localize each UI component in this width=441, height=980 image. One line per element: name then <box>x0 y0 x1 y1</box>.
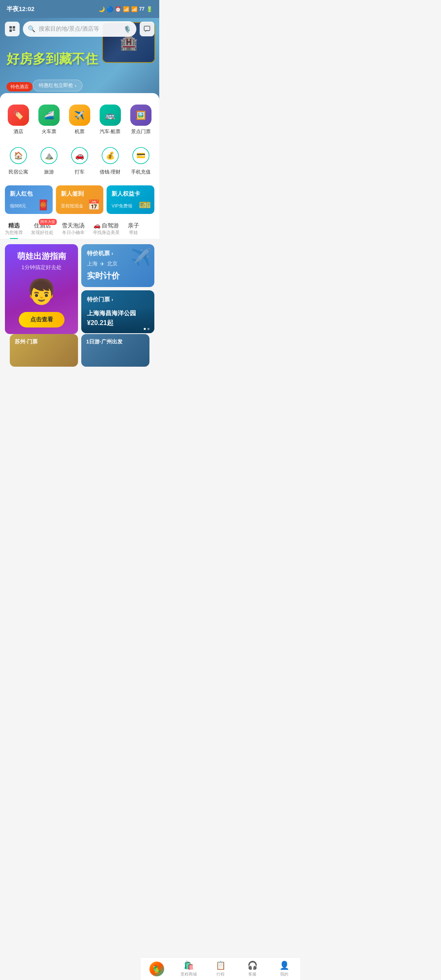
red-packet-icon: 🧧 <box>37 199 49 211</box>
feature-card-flight[interactable]: ✈️ 特价机票 › 上海 ✈ 北京 实时计价 <box>81 244 154 287</box>
tab-family-label: 亲子 <box>128 222 139 229</box>
hero-section: 半夜12:02 🌙 🔵 ⏰ 📶 📶 77 🔋 🔍 搜索目的地/景点/酒店等 🎙️ <box>0 0 159 100</box>
category-hotel[interactable]: 🏷️ 酒店 <box>3 101 34 138</box>
right-card-stack: ✈️ 特价机票 › 上海 ✈ 北京 实时计价 特价门票 › <box>81 244 154 334</box>
category-homestay[interactable]: 🏠 民宿公寓 <box>3 142 34 179</box>
promo-banners: 新人红包 领888元 🧧 新人签到 里程抵现金 📅 新人权益卡 VIP免费领 🎫 <box>0 182 159 219</box>
search-container: 🔍 搜索目的地/景点/酒店等 🎙️ <box>0 18 159 40</box>
category-grid-row2: 🏠 民宿公寓 ⛰️ 旅游 🚗 打车 <box>0 142 159 179</box>
promo-banner-red-packet[interactable]: 新人红包 领888元 🧧 <box>5 185 53 214</box>
hotel-icon: 🏷️ <box>8 105 29 126</box>
promo-button[interactable]: 特惠红包立即抢 › <box>33 80 82 91</box>
tab-family[interactable]: 亲子 带娃 <box>128 222 139 236</box>
train-icon: 🚄 <box>38 105 60 126</box>
feature-card-ticket[interactable]: 特价门票 › 上海海昌海洋公园 ¥20.21起 <box>81 290 154 333</box>
status-bar: 半夜12:02 🌙 🔵 ⏰ 📶 📶 77 🔋 <box>0 0 159 18</box>
feature-grid: 萌娃出游指南 1分钟搞定好去处 👦 点击查看 ✈️ 特价机票 › 上海 ✈ 北京 <box>5 244 154 334</box>
svg-rect-3 <box>13 29 15 31</box>
tab-roadtrip[interactable]: 🚗 自驾游 寻找身边美景 <box>93 222 120 236</box>
homestay-icon: 🏠 <box>8 145 29 166</box>
vip-icon: 🎫 <box>139 199 151 211</box>
ocean-park-venue: 上海海昌海洋公园 ¥20.21起 <box>87 310 149 327</box>
promo-text: 特惠红包立即抢 <box>39 82 73 89</box>
feature-card-kids[interactable]: 萌娃出游指南 1分钟搞定好去处 👦 点击查看 <box>5 244 78 334</box>
wifi-icon: 📶 <box>131 6 138 12</box>
promo-banner-checkin[interactable]: 新人签到 里程抵现金 📅 <box>56 185 104 214</box>
expand-button[interactable] <box>5 22 20 36</box>
taxi-icon: 🚗 <box>69 145 90 166</box>
svg-rect-4 <box>144 26 150 31</box>
battery-icon: 🔋 <box>146 6 153 12</box>
svg-text:💳: 💳 <box>136 151 146 160</box>
category-ticket[interactable]: 🖼️ 景点门票 <box>125 101 156 138</box>
svg-text:💰: 💰 <box>106 151 115 160</box>
tab-family-sub: 带娃 <box>129 229 138 236</box>
tab-hotspring[interactable]: 雪天泡汤 冬日小确幸 <box>62 222 85 236</box>
bottom-card-row: 苏州·门票 1日游·广州出发 <box>5 334 154 372</box>
search-bar[interactable]: 🔍 搜索目的地/景点/酒店等 🎙️ <box>23 21 136 37</box>
bus-label: 汽车·船票 <box>100 128 120 135</box>
hotel-promo-tag: 跨年大促 <box>39 219 57 225</box>
svg-text:🚗: 🚗 <box>75 151 85 160</box>
suzhou-card[interactable]: 苏州·门票 <box>10 334 78 367</box>
promo-checkin-title: 新人签到 <box>61 190 99 198</box>
search-placeholder: 搜索目的地/景点/酒店等 <box>39 25 120 33</box>
train-label: 火车票 <box>42 128 56 135</box>
dot-2 <box>147 328 149 330</box>
bottom-spacer <box>0 376 159 405</box>
category-train[interactable]: 🚄 火车票 <box>34 101 65 138</box>
bluetooth-icon: 🔵 <box>107 6 113 12</box>
battery-text: 77 <box>139 6 145 12</box>
category-tabs: 精选 为您推荐 跨年大促 住酒店 发现好住处 雪天泡汤 冬日小确幸 🚗 自驾游 … <box>0 219 159 239</box>
ticket-label: 景点门票 <box>131 128 151 135</box>
finance-label: 借钱·理财 <box>100 169 120 176</box>
recharge-label: 手机充值 <box>131 169 151 176</box>
category-taxi[interactable]: 🚗 打车 <box>65 142 95 179</box>
finance-icon: 💰 <box>100 145 121 166</box>
hotel-label: 酒店 <box>13 128 23 135</box>
microphone-icon[interactable]: 🎙️ <box>123 25 131 33</box>
tab-roadtrip-sub: 寻找身边美景 <box>93 229 120 236</box>
svg-rect-1 <box>13 26 15 29</box>
promo-banner-vip[interactable]: 新人权益卡 VIP免费领 🎫 <box>107 185 154 214</box>
svg-text:🏠: 🏠 <box>14 151 23 160</box>
kids-view-btn[interactable]: 点击查看 <box>19 312 65 327</box>
promo-vip-title: 新人权益卡 <box>111 190 149 198</box>
ticket-icon: 🖼️ <box>130 105 151 126</box>
plane-bg-icon: ✈️ <box>131 247 151 267</box>
tab-hotel[interactable]: 跨年大促 住酒店 发现好住处 <box>31 222 53 236</box>
search-icon: 🔍 <box>28 25 36 33</box>
flight-price: 实时计价 <box>87 270 149 281</box>
feature-section: 萌娃出游指南 1分钟搞定好去处 👦 点击查看 ✈️ 特价机票 › 上海 ✈ 北京 <box>0 239 159 376</box>
category-travel[interactable]: ⛰️ 旅游 <box>34 142 65 179</box>
tab-featured[interactable]: 精选 为您推荐 <box>5 222 23 236</box>
category-finance[interactable]: 💰 借钱·理财 <box>95 142 125 179</box>
tab-hotspring-sub: 冬日小确幸 <box>62 229 85 236</box>
moon-icon: 🌙 <box>98 6 105 12</box>
ticket-dots <box>144 328 149 330</box>
svg-text:⛰️: ⛰️ <box>45 151 54 160</box>
travel-label: 旅游 <box>44 169 54 176</box>
bus-icon: 🚌 <box>100 105 121 126</box>
tab-hotel-sub: 发现好住处 <box>31 229 53 236</box>
svg-rect-0 <box>9 26 12 29</box>
ticket-card-tag: 特价门票 › <box>87 296 149 303</box>
guangzhou-card[interactable]: 1日游·广州出发 <box>81 334 149 367</box>
tab-featured-sub: 为您推荐 <box>5 229 23 236</box>
guangzhou-label: 1日游·广州出发 <box>86 338 122 345</box>
promo-red-packet-title: 新人红包 <box>10 190 48 198</box>
flight-icon: ✈️ <box>69 105 90 126</box>
message-button[interactable] <box>140 22 154 36</box>
arrow-icon-2: › <box>111 297 113 303</box>
category-flight[interactable]: ✈️ 机票 <box>65 101 95 138</box>
alarm-icon: ⏰ <box>115 6 121 12</box>
category-recharge[interactable]: 💳 手机充值 <box>125 142 156 179</box>
arrow-icon: › <box>111 251 113 256</box>
tab-hotspring-label: 雪天泡汤 <box>62 222 85 229</box>
category-bus[interactable]: 🚌 汽车·船票 <box>95 101 125 138</box>
signal-icon: 📶 <box>123 6 129 12</box>
dot-1 <box>144 328 146 330</box>
main-content: 🏷️ 酒店 🚄 火车票 ✈️ 机票 🚌 汽车·船票 🖼️ 景点 <box>0 93 159 239</box>
badge-text: 特色酒店 <box>11 84 29 90</box>
checkin-icon: 📅 <box>88 199 100 211</box>
